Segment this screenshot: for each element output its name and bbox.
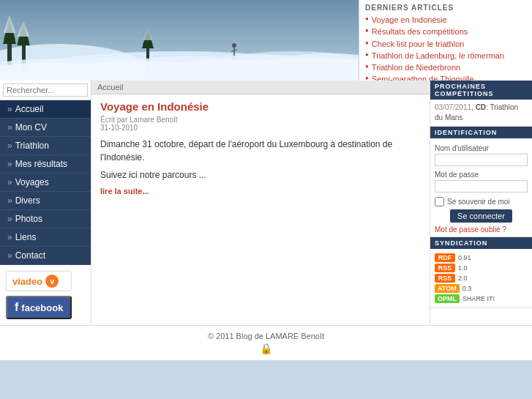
breadcrumb: Accueil — [91, 81, 430, 94]
article-author: Écrit par Lamare Benoît — [100, 116, 178, 124]
rss1-value[interactable]: 1.0 — [458, 264, 468, 272]
nav-link[interactable]: Voyages — [0, 174, 91, 191]
password-label: Mot de passe — [435, 171, 528, 179]
syndication-items: RDF 0.91 RSS 1.0 RSS 2.0 ATOM 0.3 — [430, 249, 532, 307]
header-articles: DERNIERS ARTICLES Voyage en Indonésie Ré… — [359, 0, 532, 81]
syndication-title: SYNDICATION — [430, 237, 532, 249]
nav-link[interactable]: Liens — [0, 228, 91, 246]
identification-form: Nom d'utilisateur Mot de passe Se souven… — [430, 138, 532, 236]
article-link[interactable]: Résultats des compétitions — [372, 26, 468, 37]
article-date: 31-10-2010 — [100, 124, 138, 132]
sidebar: Accueil Mon CV Triathlon Mes résultats V… — [0, 81, 91, 325]
syndication-section: SYNDICATION RDF 0.91 RSS 1.0 RSS 2.0 — [430, 237, 532, 308]
article-link[interactable]: Triathlon de Niederbronn — [372, 62, 460, 72]
search-bar — [0, 81, 91, 100]
password-input[interactable] — [435, 180, 528, 193]
facebook-label: facebook — [21, 302, 63, 313]
article-meta: Écrit par Lamare Benoît 31-10-2010 — [100, 116, 421, 132]
header-image — [0, 0, 359, 81]
search-input[interactable] — [3, 83, 88, 97]
synd-row-rdf: RDF 0.91 — [435, 253, 528, 262]
footer-text: © 2011 Blog de LAMARE Benoît — [208, 332, 324, 340]
rss2-value[interactable]: 2.0 — [458, 275, 468, 282]
connect-button[interactable]: Se connecter — [450, 209, 512, 223]
article-link[interactable]: Voyage en Indonésie — [372, 15, 447, 25]
username-input[interactable] — [435, 154, 528, 166]
svg-point-16 — [232, 43, 236, 48]
nav-link[interactable]: Triathlon — [0, 137, 91, 154]
nav-item-triathlon[interactable]: Triathlon — [0, 137, 91, 155]
atom-value[interactable]: 0.3 — [462, 285, 472, 292]
nav-item-voyages[interactable]: Voyages — [0, 174, 91, 192]
sidebar-social: viadeo v facebook — [0, 265, 91, 325]
footer: © 2011 Blog de LAMARE Benoît 🔒 — [0, 325, 532, 360]
article-link[interactable]: Triathlon de Ladenburg, le römerman — [372, 51, 504, 61]
nav-link[interactable]: Contact — [0, 247, 91, 264]
competition-date: 03/07/2011 — [435, 103, 471, 111]
competition-cd: CD — [476, 103, 486, 111]
main-layout: Accueil Mon CV Triathlon Mes résultats V… — [0, 81, 532, 325]
nav-link[interactable]: Photos — [0, 210, 91, 228]
article-link[interactable]: Semi-marathon de Thionville — [372, 74, 474, 81]
article-link-item[interactable]: Triathlon de Ladenburg, le römerman — [365, 51, 526, 61]
main-content: Accueil Voyage en Indonésie Écrit par La… — [91, 81, 430, 325]
nav-link[interactable]: Mon CV — [0, 119, 91, 136]
article-text2: Suivez ici notre parcours ... — [100, 168, 421, 182]
nav-link[interactable]: Divers — [0, 192, 91, 209]
opml-value[interactable]: SHARE IT! — [462, 295, 495, 302]
nav-menu: Accueil Mon CV Triathlon Mes résultats V… — [0, 100, 91, 265]
remember-checkbox[interactable] — [435, 197, 444, 206]
viadeo-label: viadeo — [12, 276, 42, 287]
remember-label: Se souvenir de moi — [447, 198, 510, 206]
synd-row-atom: ATOM 0.3 — [435, 284, 528, 293]
synd-row-rss2: RSS 2.0 — [435, 274, 528, 283]
facebook-button[interactable]: facebook — [6, 296, 72, 319]
nav-item-resultats[interactable]: Mes résultats — [0, 155, 91, 174]
lire-suite-link[interactable]: lire la suite... — [100, 187, 149, 195]
identification-title: IDENTIFICATION — [430, 127, 532, 138]
rss1-badge[interactable]: RSS — [435, 264, 455, 272]
nav-item-cv[interactable]: Mon CV — [0, 119, 91, 137]
remember-row: Se souvenir de moi — [435, 197, 528, 206]
article: Voyage en Indonésie Écrit par Lamare Ben… — [91, 94, 430, 202]
article-link-item[interactable]: Voyage en Indonésie — [365, 15, 526, 25]
article-link-item[interactable]: Triathlon de Niederbronn — [365, 62, 526, 72]
articles-list: Voyage en Indonésie Résultats des compét… — [365, 15, 526, 81]
competitions-title: PROCHAINES COMPÉTITIONS — [430, 81, 532, 100]
article-link-item[interactable]: Semi-marathon de Thionville — [365, 74, 526, 81]
nav-link[interactable]: Mes résultats — [0, 155, 91, 173]
nav-item-liens[interactable]: Liens — [0, 228, 91, 247]
synd-row-rss1: RSS 1.0 — [435, 264, 528, 272]
forgot-password-link[interactable]: Mot de passe oublié ? — [435, 225, 528, 234]
rdf-badge[interactable]: RDF — [435, 253, 455, 262]
nav-item-photos[interactable]: Photos — [0, 210, 91, 228]
identification-section: IDENTIFICATION Nom d'utilisateur Mot de … — [430, 127, 532, 237]
articles-title: DERNIERS ARTICLES — [365, 4, 526, 12]
competitions-content: 03/07/2011, CD: Triathlon du Mans — [430, 100, 532, 126]
lock-icon: 🔒 — [6, 343, 526, 354]
username-label: Nom d'utilisateur — [435, 144, 528, 152]
nav-link[interactable]: Accueil — [0, 100, 91, 118]
competitions-section: PROCHAINES COMPÉTITIONS 03/07/2011, CD: … — [430, 81, 532, 127]
article-link-item[interactable]: Check list pour le triathlon — [365, 39, 526, 49]
viadeo-button[interactable]: viadeo v — [6, 271, 72, 291]
viadeo-icon: v — [45, 275, 59, 288]
synd-row-opml: OPML SHARE IT! — [435, 294, 528, 303]
rss2-badge[interactable]: RSS — [435, 274, 455, 283]
opml-badge[interactable]: OPML — [435, 294, 460, 303]
competition-item: 03/07/2011, CD: Triathlon du Mans — [435, 102, 528, 123]
article-link-item[interactable]: Résultats des compétitions — [365, 26, 526, 37]
atom-badge[interactable]: ATOM — [435, 284, 460, 293]
nav-item-divers[interactable]: Divers — [0, 192, 91, 210]
header: DERNIERS ARTICLES Voyage en Indonésie Ré… — [0, 0, 532, 81]
nav-item-contact[interactable]: Contact — [0, 247, 91, 265]
nav-item-accueil[interactable]: Accueil — [0, 100, 91, 119]
right-sidebar: PROCHAINES COMPÉTITIONS 03/07/2011, CD: … — [430, 81, 532, 325]
article-text1: Dimanche 31 octobre, départ de l'aéropor… — [100, 138, 421, 164]
article-link[interactable]: Check list pour le triathlon — [372, 39, 465, 49]
rdf-value[interactable]: 0.91 — [458, 254, 471, 261]
bottom-area — [0, 360, 532, 399]
article-title: Voyage en Indonésie — [100, 100, 421, 113]
